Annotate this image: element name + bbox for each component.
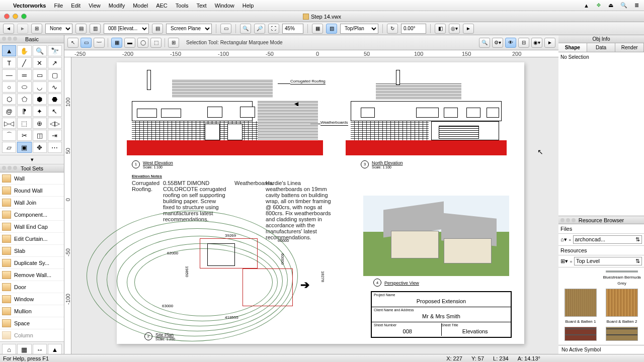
zoom-out-icon[interactable]: 🔍 (240, 24, 251, 34)
snap-icon[interactable]: ⊟ (518, 38, 529, 48)
files-dropdown[interactable]: archoncad...⇅ (573, 235, 642, 244)
toolset-slab[interactable]: Slab (0, 245, 64, 257)
plane-dropdown[interactable]: Screen Plane (166, 24, 212, 34)
more-tool[interactable]: ⋯ (48, 142, 62, 153)
class-dropdown[interactable]: None (45, 24, 72, 34)
eyedropper-tool[interactable]: ⁋ (17, 106, 31, 117)
reshape-tool[interactable]: ↖ (48, 106, 62, 117)
visibility-tool[interactable]: ▣ (17, 142, 31, 153)
text-tool[interactable]: T (2, 57, 16, 68)
mode-align-icon[interactable]: ▦ (111, 38, 122, 48)
hexagon-tool[interactable]: ⬣ (48, 94, 62, 105)
toolset-wall-join[interactable]: Wall Join (0, 197, 64, 209)
toolset-round-wall[interactable]: Round Wall (0, 185, 64, 197)
home-icon[interactable]: ⌂▾ (560, 236, 567, 243)
clip-tool[interactable]: ◫ (33, 130, 47, 141)
toolset-cat-dims[interactable]: ↔ (33, 344, 47, 355)
toolset-window[interactable]: Window (0, 293, 64, 305)
active-layer-icon[interactable]: ▧ (326, 24, 337, 34)
tab-render[interactable]: Render (615, 43, 644, 52)
double-line-tool[interactable]: ═ (17, 69, 31, 80)
notification-icon[interactable]: ▲ (584, 3, 589, 9)
layer-options-icon[interactable]: ▤ (152, 24, 163, 34)
unified-view-icon[interactable]: ▦ (312, 24, 323, 34)
standard-views-dropdown[interactable]: Top/Plan (340, 24, 378, 34)
xray-icon[interactable]: 🔍 (479, 38, 490, 48)
thumb-brick-1[interactable] (561, 327, 600, 342)
toolset-wall[interactable]: Wall (0, 172, 64, 185)
menu-tools[interactable]: Tools (176, 3, 189, 9)
toolset-cat-site[interactable]: ▲ (48, 344, 62, 355)
drawing-canvas[interactable]: ◄ Corrugated Roofing Weatherboards 1 Wes… (71, 57, 558, 354)
menu-view[interactable]: View (89, 3, 101, 9)
mirror-tool[interactable]: ▷◁ (2, 118, 16, 129)
toolset-component[interactable]: Component... (0, 209, 64, 221)
toolset-column[interactable]: Column (0, 329, 64, 341)
menu-window[interactable]: Window (215, 3, 234, 9)
regular-poly-tool[interactable]: ⬢ (33, 94, 47, 105)
rounded-rect-tool[interactable]: ▢ (48, 69, 62, 80)
toolset-mullion[interactable]: Mullion (0, 305, 64, 317)
menu-text[interactable]: Text (196, 3, 206, 9)
mode-prefs-icon[interactable]: ⊞ (168, 38, 179, 48)
pan-tool[interactable]: ✋ (17, 45, 31, 56)
toolset-door[interactable]: Door (0, 281, 64, 293)
attr-map-tool[interactable]: ▱ (2, 142, 16, 153)
settings-icon[interactable]: ⚙▾ (492, 38, 503, 48)
oval-tool[interactable]: ⬭ (17, 81, 31, 93)
fillet-tool[interactable]: ⌒ (2, 130, 16, 141)
trim-tool[interactable]: ✂ (17, 130, 31, 141)
symbol-tool[interactable]: ⬚ (17, 118, 31, 129)
layer-dropdown[interactable]: 008 [Elevat... (104, 24, 149, 34)
callout-tool[interactable]: ↗ (48, 57, 62, 68)
saved-view-icon[interactable]: ▭ (220, 24, 231, 34)
zoom-fit-icon[interactable]: ⛶ (268, 24, 279, 34)
mode-wall-icon[interactable]: ▬ (124, 38, 135, 48)
class-visibility-icon[interactable]: ▥ (90, 24, 101, 34)
menu-aec[interactable]: AEC (156, 3, 168, 9)
sync-icon[interactable]: ❖ (596, 2, 601, 9)
menu-edit[interactable]: Edit (71, 3, 80, 9)
rotation-field[interactable] (401, 24, 426, 34)
basic-expand-icon[interactable]: ▾ (0, 155, 64, 164)
next2-icon[interactable]: ► (544, 38, 555, 48)
delete-tool[interactable]: ✕ (33, 57, 47, 68)
tab-shape[interactable]: Shape (558, 43, 587, 52)
menu-modify[interactable]: Modify (109, 3, 125, 9)
spotlight-icon[interactable]: 🔍 (620, 2, 627, 9)
show-hide-icon[interactable]: 👁 (505, 38, 516, 48)
freehand-tool[interactable]: ∿ (48, 81, 62, 93)
zoom-field[interactable] (282, 24, 303, 34)
fit-icon[interactable]: ⊞ (31, 24, 42, 34)
zoom-button[interactable] (21, 14, 27, 19)
menu-model[interactable]: Model (133, 3, 148, 9)
mode-poly-icon[interactable]: ◯ (137, 38, 148, 48)
minimize-button[interactable] (13, 14, 18, 19)
mode-single-icon[interactable]: ↖ (67, 38, 78, 48)
forward-button[interactable]: ► (17, 24, 28, 34)
mode-lasso-icon[interactable]: 〰 (94, 38, 105, 48)
polygon-tool[interactable]: ⬠ (17, 94, 31, 105)
mode-marquee-icon[interactable]: ▭ (80, 38, 92, 48)
rectangle-tool[interactable]: ▭ (33, 69, 47, 80)
toolset-wall-end-cap[interactable]: Wall End Cap (0, 221, 64, 233)
next-icon[interactable]: ► (463, 24, 474, 34)
menu-extras-icon[interactable]: ≣ (634, 2, 639, 9)
toolset-space[interactable]: Space (0, 317, 64, 329)
selection-tool[interactable]: ▲ (2, 45, 16, 56)
thumb-board-batten-1[interactable]: Board & Batten 1 (561, 289, 600, 324)
thumb-brick-2[interactable] (603, 327, 641, 342)
zoom-tool[interactable]: 🔍 (33, 45, 47, 56)
projection-icon[interactable]: ◎▾ (449, 24, 460, 34)
render-mode-icon[interactable]: ◧ (435, 24, 446, 34)
menu-help[interactable]: Help (243, 3, 254, 9)
app-menu[interactable]: Vectorworks (13, 3, 46, 9)
help-icon[interactable]: ◉▾ (531, 38, 542, 48)
back-button[interactable]: ◄ (3, 24, 14, 34)
toolset-remove-wall[interactable]: Remove Wall... (0, 269, 64, 281)
circle-tool[interactable]: ○ (2, 81, 16, 93)
thumb-bermuda-grey[interactable]: Bluestream Bermuda Grey (603, 270, 641, 286)
toolset-duplicate-sy[interactable]: Duplicate Sy... (0, 257, 64, 269)
mirror2-tool[interactable]: ◁▷ (48, 118, 62, 129)
polyline-tool[interactable]: ⬡ (2, 94, 16, 105)
